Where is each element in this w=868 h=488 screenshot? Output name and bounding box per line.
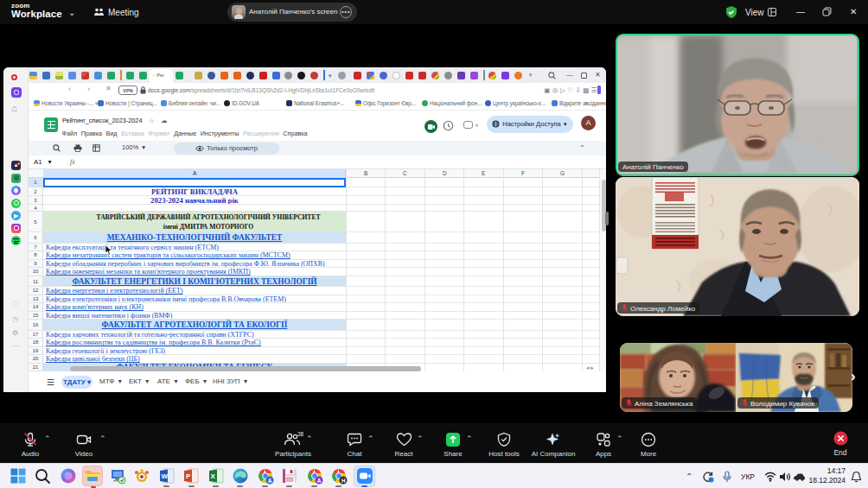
svg-text:38: 38 [297,432,303,437]
